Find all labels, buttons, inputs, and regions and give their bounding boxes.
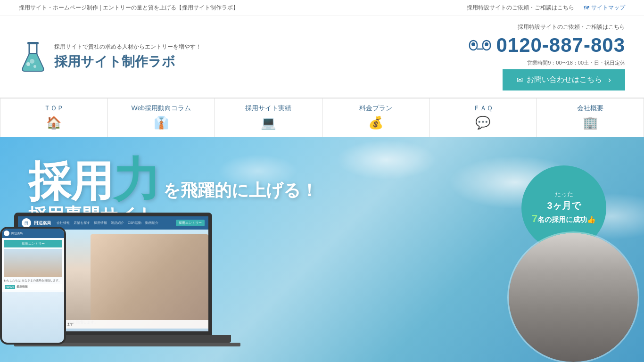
nav-results-icon: 💻 — [261, 115, 276, 130]
phone-img-placeholder — [4, 249, 62, 277]
header-inquiry-text: 採用特設サイトのご依頼・ご相談はこちら — [518, 23, 625, 31]
hero-badge-small: たった — [555, 190, 573, 198]
phone-sub-text: わたしたちは みなさまの薬局を目指します。 — [4, 279, 62, 283]
laptop-entry-btn: 採用エントリー — [176, 220, 205, 226]
logo-area: 採用サイトで貴社の求める人材からエントリーを増やす！ 採用サイト制作ラボ — [19, 41, 201, 74]
nav-item-column[interactable]: Web採用動向コラム 👔 — [108, 99, 215, 137]
nav-home-icon: 🏠 — [46, 115, 61, 130]
laptop-nav-link-6: 動画紹介 — [145, 221, 158, 225]
sitemap-icon: 🗺 — [584, 5, 589, 11]
nav-label-top: ＴＯＰ — [44, 104, 64, 113]
svg-rect-9 — [485, 42, 488, 46]
people-group-photo — [507, 231, 639, 362]
nav-label-company: 会社概要 — [577, 104, 603, 113]
hero-badge-months: 3ヶ月で — [547, 199, 580, 212]
phone-navbar: 田辺薬局 — [2, 229, 64, 238]
phone-navbar-logo — [4, 230, 9, 236]
svg-rect-7 — [471, 42, 475, 46]
laptop-navbar-logo: 田 — [22, 218, 31, 228]
laptop-navbar-logo-char: 田 — [25, 221, 28, 226]
hero-badge-count: 7名の採用に成功👍 — [532, 212, 596, 226]
nav-label-results: 採用サイト実績 — [245, 104, 291, 113]
nav-label-column: Web採用動向コラム — [131, 104, 191, 113]
phone-area: 0120-887-803 — [469, 34, 625, 57]
laptop-nav-link-1: 会社情報 — [57, 221, 70, 225]
logo-title-part2: 制作ラボ — [122, 54, 175, 69]
hero-title-saiyo: 採用 — [28, 160, 113, 203]
phone-entry-btn: 採用エントリー — [4, 240, 62, 247]
phone-mockup: 田辺薬局 採用エントリー わたしたちは みなさまの薬局を目指します。 NEWS … — [0, 227, 66, 345]
main-nav: ＴＯＰ 🏠 Web採用動向コラム 👔 採用サイト実績 💻 料金プラン 💰 ＦＡＱ… — [0, 98, 644, 137]
svg-point-4 — [33, 65, 36, 68]
svg-point-5 — [30, 59, 34, 64]
nav-item-top[interactable]: ＴＯＰ 🏠 — [0, 99, 108, 137]
business-hours: 営業時間9：00〜18：00土・日・祝日定休 — [527, 59, 625, 66]
header-top-links: 採用特設サイトのご依頼・ご相談はこちら — [518, 23, 625, 31]
hero-title-ryoku: 力 — [113, 156, 160, 203]
nav-column-icon: 👔 — [154, 115, 169, 130]
nav-item-pricing[interactable]: 料金プラン 💰 — [322, 99, 430, 137]
svg-rect-2 — [27, 42, 39, 44]
nav-item-results[interactable]: 採用サイト実績 💻 — [215, 99, 322, 137]
header: 採用サイトで貴社の求める人材からエントリーを増やす！ 採用サイト制作ラボ 採用特… — [0, 16, 644, 98]
people-inner-bg — [509, 233, 638, 362]
hero-title-suffix: を飛躍的に上げる！ — [163, 182, 318, 199]
phone-content: 採用エントリー わたしたちは みなさまの薬局を目指します。 NEWS 最新情報 — [2, 238, 64, 292]
nav-pricing-icon: 💰 — [368, 115, 383, 130]
phone-news-label: NEWS — [5, 285, 15, 289]
contact-btn-label: お問い合わせはこちら — [527, 75, 602, 85]
laptop-nav-link-5: CSR活動 — [128, 221, 141, 225]
hero-badge-7: 7 — [532, 213, 537, 224]
phone-news: NEWS 最新情報 — [4, 284, 62, 290]
sitemap-label: サイトマップ — [591, 4, 625, 12]
phone-navbar-text: 田辺薬局 — [11, 231, 23, 236]
nav-item-faq[interactable]: ＦＡＱ 💬 — [429, 99, 537, 137]
sitemap-link[interactable]: 🗺 サイトマップ — [584, 4, 625, 12]
nav-item-company[interactable]: 会社概要 🏢 — [537, 99, 644, 137]
logo-flask-icon — [19, 41, 47, 74]
svg-point-3 — [26, 62, 30, 66]
nav-label-faq: ＦＡＱ — [473, 104, 493, 113]
laptop-nav-link-2: 店舗を探す — [74, 221, 90, 225]
phone-screen: 田辺薬局 採用エントリー わたしたちは みなさまの薬局を目指します。 NEWS … — [2, 229, 64, 343]
hero-section: 採用 力 を飛躍的に上げる！ 採用専門サイト （エントリー数×質） たった 3ヶ… — [0, 137, 644, 362]
laptop-nav-link-3: 採用情報 — [94, 221, 107, 225]
contact-button[interactable]: ✉ お問い合わせはこちら › — [503, 69, 625, 90]
logo-title: 採用サイト制作ラボ — [54, 53, 201, 71]
laptop-nav-link-4: 製品紹介 — [111, 221, 124, 225]
logo-title-part1: 採用サイト — [54, 54, 122, 69]
logo-subtitle: 採用サイトで貴社の求める人材からエントリーを増やす！ — [54, 43, 201, 51]
envelope-icon: ✉ — [517, 75, 523, 84]
laptop-navbar-links: 会社情報 店舗を探す 採用情報 製品紹介 CSR活動 動画紹介 — [57, 221, 158, 225]
phone-number: 0120-887-803 — [496, 34, 625, 57]
screen-people-area — [91, 234, 208, 329]
nav-company-icon: 🏢 — [583, 115, 598, 130]
nav-label-pricing: 料金プラン — [359, 104, 392, 113]
header-right: 採用特設サイトのご依頼・ご相談はこちら 0120-887-803 営業時間9：0… — [469, 23, 625, 90]
hero-title: 採用 力 を飛躍的に上げる！ — [28, 156, 318, 203]
nav-faq-icon: 💬 — [475, 115, 490, 130]
hero-badge-thumb-icon: 👍 — [587, 215, 596, 223]
laptop-navbar-company: 田辺薬局 — [34, 220, 51, 226]
phone-icon — [469, 38, 492, 53]
top-bar: 採用サイト・ホームページ制作 | エントリーの量と質を上げる【採用サイト制作ラボ… — [0, 0, 644, 16]
logo-text-area: 採用サイトで貴社の求める人材からエントリーを増やす！ 採用サイト制作ラボ — [54, 43, 201, 71]
phone-news-text: 最新情報 — [17, 285, 28, 289]
top-bar-left: 採用サイト・ホームページ制作 | エントリーの量と質を上げる【採用サイト制作ラボ… — [19, 4, 239, 12]
top-bar-inquiry: 採用特設サイトのご依頼・ご相談はこちら — [467, 4, 574, 12]
top-bar-right: 採用特設サイトのご依頼・ご相談はこちら 🗺 サイトマップ — [467, 4, 625, 12]
contact-btn-arrow-icon: › — [608, 75, 611, 85]
